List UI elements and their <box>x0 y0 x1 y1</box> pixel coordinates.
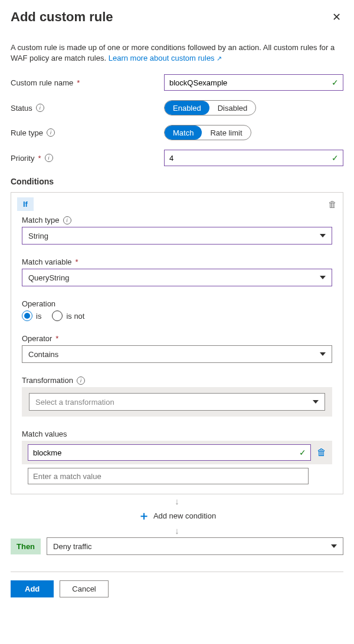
required-indicator: * <box>77 78 80 87</box>
then-badge: Then <box>11 539 41 554</box>
matchvalue-input[interactable] <box>28 444 311 461</box>
trash-icon[interactable]: 🗑 <box>328 199 337 209</box>
learn-more-text: Learn more about custom rules <box>109 54 215 62</box>
then-action-select[interactable]: Deny traffic <box>47 537 343 555</box>
radio-unselected-icon <box>52 311 63 321</box>
required-indicator: * <box>55 334 58 343</box>
operator-select[interactable]: Contains <box>22 345 332 363</box>
transformation-select[interactable]: Select a transformation <box>29 393 325 411</box>
required-indicator: * <box>76 257 78 266</box>
add-condition-button[interactable]: ＋ Add new condition <box>11 508 343 524</box>
matchvalues-label: Match values <box>22 430 67 438</box>
priority-input[interactable] <box>164 150 343 166</box>
matchtype-label: Match type <box>22 216 60 224</box>
close-icon[interactable]: ✕ <box>330 8 343 26</box>
condition-card: If 🗑 Match type i String Match variable … <box>11 192 343 494</box>
matchtype-value: String <box>28 232 48 240</box>
ruletype-match-option[interactable]: Match <box>165 126 202 140</box>
then-action-value: Deny traffic <box>53 542 92 551</box>
check-icon: ✓ <box>332 78 339 87</box>
chevron-down-icon <box>320 352 326 356</box>
learn-more-link[interactable]: Learn more about custom rules ↗ <box>109 54 222 62</box>
transformation-label: Transformation <box>22 376 73 385</box>
matchtype-select[interactable]: String <box>22 227 332 245</box>
name-label: Custom rule name <box>11 78 73 87</box>
matchvalue-empty-input[interactable] <box>28 468 309 484</box>
plus-icon: ＋ <box>138 508 150 524</box>
matchvariable-select[interactable]: QueryString <box>22 269 332 286</box>
ruletype-label: Rule type <box>11 128 43 137</box>
ruletype-rate-option[interactable]: Rate limit <box>202 126 250 140</box>
required-indicator: * <box>38 154 41 163</box>
info-icon[interactable]: i <box>63 216 71 224</box>
ruletype-toggle[interactable]: Match Rate limit <box>164 125 251 140</box>
add-condition-label: Add new condition <box>153 511 216 520</box>
connector-arrow: ↓ <box>11 497 343 506</box>
intro-text: A custom rule is made up of one or more … <box>11 42 343 64</box>
operation-isnot-label: is not <box>66 312 84 321</box>
external-link-icon: ↗ <box>217 55 222 62</box>
check-icon: ✓ <box>299 448 306 457</box>
custom-rule-name-input[interactable] <box>164 74 343 91</box>
status-toggle[interactable]: Enabled Disabled <box>164 100 256 115</box>
priority-label: Priority <box>11 154 34 163</box>
cancel-button[interactable]: Cancel <box>60 580 108 597</box>
matchvar-label: Match variable <box>22 257 72 266</box>
chevron-down-icon <box>313 400 319 404</box>
operator-label: Operator <box>22 334 52 343</box>
if-badge: If <box>17 197 34 211</box>
transformation-placeholder: Select a transformation <box>35 398 114 407</box>
matchvariable-value: QueryString <box>28 273 69 282</box>
chevron-down-icon <box>320 276 326 279</box>
conditions-heading: Conditions <box>11 177 343 186</box>
info-icon[interactable]: i <box>77 377 85 385</box>
info-icon[interactable]: i <box>36 104 44 112</box>
operation-is-label: is <box>36 312 41 321</box>
info-icon[interactable]: i <box>45 154 53 162</box>
operator-value: Contains <box>28 350 58 359</box>
panel-title: Add custom rule <box>11 9 113 25</box>
status-label: Status <box>11 104 32 113</box>
status-disabled-option[interactable]: Disabled <box>209 101 256 115</box>
add-button[interactable]: Add <box>11 580 54 597</box>
radio-selected-icon <box>22 311 32 321</box>
operation-label: Operation <box>22 299 55 308</box>
chevron-down-icon <box>331 544 337 548</box>
chevron-down-icon <box>320 234 326 237</box>
connector-arrow: ↓ <box>11 526 343 535</box>
info-icon[interactable]: i <box>47 128 55 137</box>
operation-isnot-radio[interactable]: is not <box>52 311 84 321</box>
operation-is-radio[interactable]: is <box>22 311 41 321</box>
check-icon: ✓ <box>332 153 339 163</box>
status-enabled-option[interactable]: Enabled <box>165 101 209 115</box>
trash-icon[interactable]: 🗑 <box>317 447 326 458</box>
